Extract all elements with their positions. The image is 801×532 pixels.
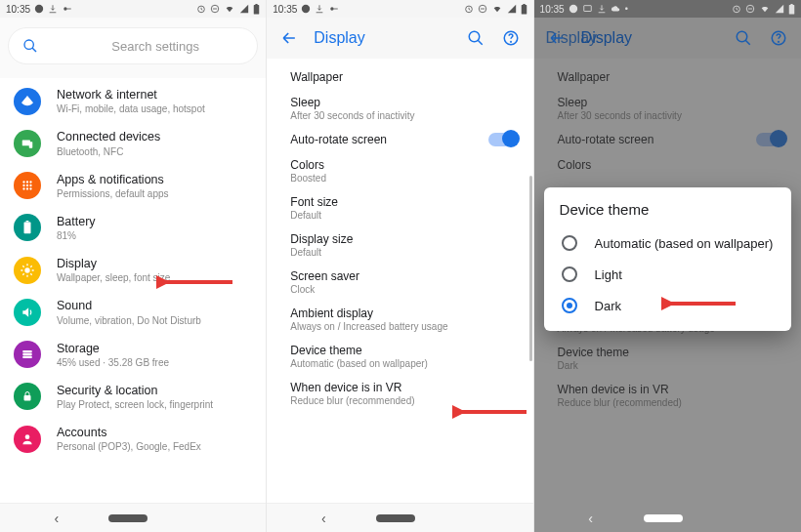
status-time: 10:35 — [273, 4, 297, 15]
svg-point-11 — [26, 181, 28, 183]
search-icon — [22, 38, 38, 54]
dnd-icon — [210, 4, 220, 14]
radio-checked-icon — [562, 298, 577, 313]
settings-item-title: Network & internet — [57, 87, 252, 102]
svg-point-12 — [29, 181, 31, 183]
settings-item-security[interactable]: Security & location Play Protect, screen… — [0, 376, 266, 418]
back-button[interactable] — [278, 27, 300, 49]
nav-home-pill[interactable] — [108, 514, 148, 522]
svg-point-39 — [569, 5, 576, 13]
svg-point-0 — [35, 5, 43, 13]
display-icon — [14, 257, 41, 284]
display-item-sleep[interactable]: SleepAfter 30 seconds of inactivity — [267, 90, 532, 127]
display-item-devicetheme[interactable]: Device themeAutomatic (based on wallpape… — [267, 338, 532, 375]
nav-back-icon[interactable]: ‹ — [588, 511, 593, 526]
apps-icon — [14, 172, 41, 199]
display-item-screensaver[interactable]: Screen saverClock — [267, 264, 532, 301]
svg-rect-44 — [790, 4, 792, 5]
svg-rect-43 — [789, 5, 795, 14]
display-item-fontsize[interactable]: Font sizeDefault — [267, 189, 532, 226]
settings-item-storage[interactable]: Storage 45% used · 35.28 GB free — [0, 334, 266, 376]
svg-point-18 — [29, 187, 31, 189]
theme-option-dark[interactable]: Dark — [560, 290, 776, 321]
settings-item-battery[interactable]: Battery 81% — [0, 207, 266, 249]
nav-back-icon[interactable]: ‹ — [55, 511, 60, 526]
svg-rect-23 — [22, 353, 31, 355]
display-item-wallpaper[interactable]: Wallpaper — [267, 64, 532, 90]
download-icon — [48, 4, 58, 14]
nav-home-pill[interactable] — [644, 514, 683, 522]
lock-icon — [14, 383, 41, 410]
settings-list: Network & internet Wi-Fi, mobile, data u… — [0, 78, 266, 503]
app-bar: Display — [534, 18, 801, 59]
status-time: 10:35 — [6, 4, 30, 15]
display-item-colors[interactable]: ColorsBoosted — [267, 152, 532, 189]
settings-item-display[interactable]: Display Wallpaper, sleep, font size — [0, 249, 266, 291]
svg-point-15 — [29, 184, 31, 186]
help-button[interactable] — [768, 27, 789, 49]
panel-theme-dialog: 10:35 Display Wallpaper SleepAfter 30 se… — [534, 0, 801, 532]
alarm-icon — [196, 4, 206, 14]
display-item-displaysize[interactable]: Display sizeDefault — [267, 226, 532, 264]
svg-rect-9 — [29, 142, 33, 147]
chat-icon — [569, 4, 578, 14]
dialog-title: Device theme — [560, 201, 776, 218]
svg-point-35 — [469, 31, 480, 42]
cloud-icon — [611, 4, 621, 14]
nav-bar: ‹ — [267, 503, 532, 532]
svg-rect-30 — [333, 9, 338, 10]
svg-rect-2 — [66, 9, 71, 10]
settings-item-sound[interactable]: Sound Volume, vibration, Do Not Disturb — [0, 291, 266, 333]
settings-item-accounts[interactable]: Accounts Personal (POP3), Google, FedEx — [0, 418, 266, 460]
svg-rect-24 — [22, 356, 31, 358]
device-theme-dialog: Device theme Automatic (based on wallpap… — [544, 187, 791, 331]
svg-point-28 — [302, 5, 310, 13]
display-item-vr[interactable]: When device is in VRReduce blur (recomme… — [267, 375, 532, 412]
settings-item-network[interactable]: Network & internet Wi-Fi, mobile, data u… — [0, 80, 266, 122]
svg-rect-25 — [24, 395, 31, 401]
battery-icon — [521, 4, 527, 15]
theme-option-automatic[interactable]: Automatic (based on wallpaper) — [560, 227, 776, 259]
nav-home-pill[interactable] — [376, 514, 415, 522]
svg-rect-22 — [22, 350, 31, 352]
panel-settings-root: 10:35 Search settings — [0, 0, 267, 532]
svg-rect-33 — [521, 5, 527, 14]
theme-option-light[interactable]: Light — [560, 259, 776, 290]
nav-back-icon[interactable]: ‹ — [321, 511, 326, 526]
battery-icon — [788, 4, 795, 15]
network-icon — [14, 88, 41, 115]
help-button[interactable] — [500, 27, 522, 49]
wifi-icon — [491, 4, 503, 14]
svg-rect-8 — [22, 140, 30, 145]
svg-point-16 — [22, 187, 24, 189]
radio-icon — [562, 235, 577, 251]
radio-icon — [562, 266, 577, 282]
battery-icon — [253, 4, 260, 15]
search-bar[interactable]: Search settings — [8, 27, 258, 64]
signal-icon — [775, 4, 784, 14]
autorotate-toggle[interactable] — [488, 133, 518, 146]
svg-point-45 — [737, 31, 747, 42]
back-button[interactable] — [546, 27, 568, 49]
svg-point-1 — [63, 7, 66, 10]
search-button[interactable] — [733, 27, 754, 49]
nav-bar: ‹ — [534, 503, 801, 532]
svg-point-13 — [22, 184, 24, 186]
cast-icon — [582, 4, 593, 14]
page-title: Display — [314, 29, 450, 47]
key-icon — [62, 4, 73, 14]
search-button[interactable] — [465, 27, 486, 49]
wifi-icon — [759, 4, 771, 14]
accounts-icon — [14, 426, 41, 453]
chat-icon — [301, 4, 311, 14]
battery-setting-icon — [14, 214, 41, 241]
status-bar: 10:35 — [267, 0, 532, 18]
settings-item-apps[interactable]: Apps & notifications Permissions, defaul… — [0, 165, 266, 207]
devices-icon — [14, 130, 41, 157]
svg-rect-5 — [254, 5, 260, 14]
svg-point-7 — [24, 40, 33, 49]
display-item-autorotate[interactable]: Auto-rotate screen — [267, 127, 532, 152]
svg-point-37 — [510, 41, 511, 42]
display-item-ambient[interactable]: Ambient displayAlways on / Increased bat… — [267, 301, 532, 338]
settings-item-connected[interactable]: Connected devices Bluetooth, NFC — [0, 122, 266, 164]
